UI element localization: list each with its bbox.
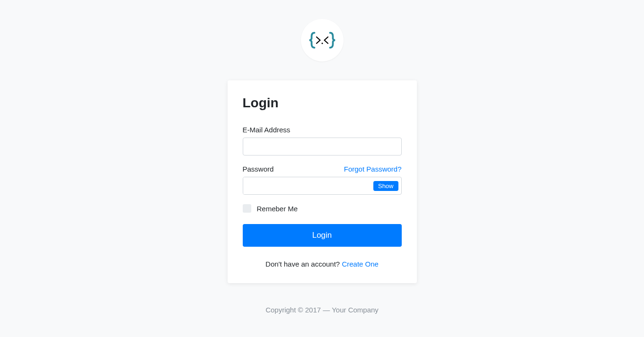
email-group: E-Mail Address xyxy=(243,126,402,156)
password-input[interactable] xyxy=(243,177,373,194)
password-input-group: Show xyxy=(243,177,402,195)
login-button[interactable]: Login xyxy=(243,224,402,247)
show-password-button[interactable]: Show xyxy=(373,181,398,191)
remember-label[interactable]: Remeber Me xyxy=(257,205,298,213)
login-title: Login xyxy=(243,95,402,111)
remember-checkbox[interactable] xyxy=(243,204,251,213)
email-input[interactable] xyxy=(243,138,402,156)
svg-point-0 xyxy=(321,43,323,44)
create-account-link[interactable]: Create One xyxy=(342,260,379,268)
logo-container xyxy=(301,19,344,61)
copyright-text: Copyright © 2017 — Your Company xyxy=(265,306,379,314)
no-account-text: Don't have an account? xyxy=(265,260,342,268)
email-label: E-Mail Address xyxy=(243,126,402,134)
remember-group: Remeber Me xyxy=(243,204,402,213)
login-card: Login E-Mail Address Password Forgot Pas… xyxy=(228,80,417,283)
signup-prompt: Don't have an account? Create One xyxy=(243,260,402,268)
password-label: Password xyxy=(243,165,274,173)
forgot-password-link[interactable]: Forgot Password? xyxy=(344,165,402,173)
logo-icon xyxy=(308,31,336,50)
password-group: Password Forgot Password? Show xyxy=(243,165,402,195)
